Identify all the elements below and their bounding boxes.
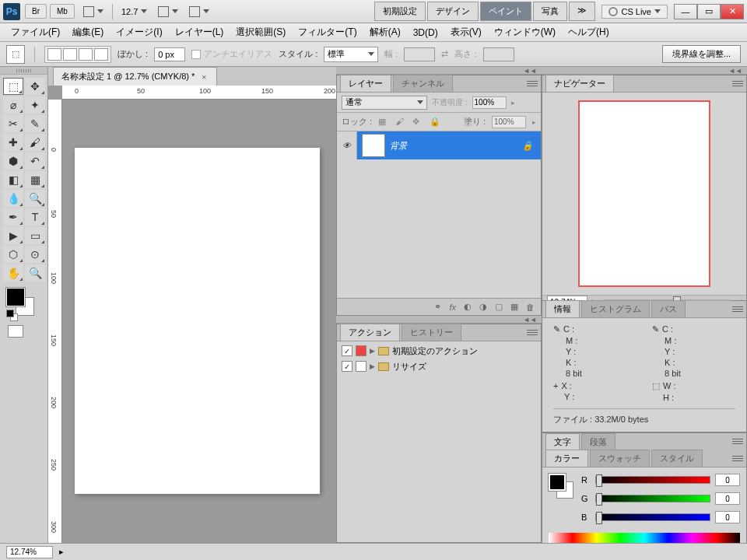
lock-all-icon[interactable]: 🔒 bbox=[430, 117, 440, 128]
crop-tool[interactable]: ✂ bbox=[3, 115, 23, 132]
history-brush-tool[interactable]: ↶ bbox=[25, 152, 45, 170]
path-select-tool[interactable]: ▶ bbox=[3, 227, 23, 244]
extras-dropdown[interactable] bbox=[184, 4, 215, 19]
paths-tab[interactable]: パス bbox=[651, 300, 686, 317]
action-dialog-icon[interactable] bbox=[356, 361, 366, 372]
current-tool-icon[interactable]: ⬚ bbox=[6, 45, 25, 64]
close-button[interactable]: ✕ bbox=[721, 4, 744, 19]
blue-input[interactable] bbox=[715, 511, 740, 523]
histogram-tab[interactable]: ヒストグラム bbox=[581, 300, 650, 317]
channels-tab[interactable]: チャンネル bbox=[393, 75, 453, 92]
panel-menu-icon[interactable] bbox=[732, 453, 743, 463]
close-tab-icon[interactable]: × bbox=[199, 72, 209, 82]
menu-edit[interactable]: 編集(E) bbox=[68, 23, 108, 41]
cslive-button[interactable]: CS Live bbox=[601, 5, 668, 19]
color-swatches[interactable] bbox=[0, 285, 47, 322]
layer-fx-icon[interactable]: fx bbox=[449, 303, 456, 312]
refine-edge-button[interactable]: 境界線を調整... bbox=[662, 45, 741, 63]
selection-mode-add[interactable] bbox=[63, 48, 77, 61]
canvas[interactable] bbox=[75, 148, 320, 494]
minibridge-button[interactable]: Mb bbox=[50, 4, 75, 19]
menu-layer[interactable]: レイヤー(L) bbox=[170, 23, 229, 41]
standard-mode-icon[interactable] bbox=[8, 325, 23, 338]
panel-menu-icon[interactable] bbox=[732, 304, 743, 313]
panel-menu-icon[interactable] bbox=[732, 79, 743, 88]
workspace-tab[interactable]: 写真 bbox=[533, 2, 567, 21]
healing-tool[interactable]: ✚ bbox=[3, 134, 23, 151]
selection-mode-intersect[interactable] bbox=[94, 48, 108, 61]
shape-tool[interactable]: ▭ bbox=[25, 227, 45, 244]
arrange-dropdown[interactable] bbox=[153, 4, 184, 19]
bridge-button[interactable]: Br bbox=[25, 4, 47, 19]
workspace-tab[interactable]: 初期設定 bbox=[374, 2, 426, 21]
menu-file[interactable]: ファイル(F) bbox=[6, 23, 65, 41]
gradient-tool[interactable]: ▦ bbox=[25, 171, 45, 188]
magic-wand-tool[interactable]: ✦ bbox=[25, 96, 45, 114]
layer-thumbnail[interactable] bbox=[362, 134, 385, 157]
maximize-button[interactable]: ▭ bbox=[697, 4, 721, 19]
new-layer-icon[interactable]: ▦ bbox=[510, 302, 518, 312]
tools-grip[interactable] bbox=[0, 67, 47, 75]
lock-transparency-icon[interactable]: ▦ bbox=[378, 117, 389, 128]
foreground-swatch[interactable] bbox=[6, 288, 25, 306]
status-menu-icon[interactable]: ▸ bbox=[59, 547, 64, 557]
green-input[interactable] bbox=[715, 492, 740, 505]
link-layers-icon[interactable]: ⚭ bbox=[434, 302, 441, 312]
color-spectrum[interactable] bbox=[549, 533, 740, 544]
menu-help[interactable]: ヘルプ(H) bbox=[563, 23, 614, 41]
zoom-dropdown[interactable]: 12.7 bbox=[116, 5, 153, 19]
swatches-tab[interactable]: スウォッチ bbox=[590, 450, 650, 467]
red-slider[interactable] bbox=[595, 476, 710, 484]
expand-icon[interactable]: ▶ bbox=[370, 362, 375, 370]
type-tool[interactable]: T bbox=[25, 208, 45, 226]
fill-input[interactable]: 100% bbox=[492, 116, 526, 128]
move-tool[interactable]: ✥ bbox=[25, 78, 45, 95]
document-tab[interactable]: 名称未設定 1 @ 12.7% (CMYK/8) * × bbox=[53, 67, 217, 86]
3d-tool[interactable]: ⬡ bbox=[3, 246, 23, 263]
panel-menu-icon[interactable] bbox=[527, 327, 538, 337]
dodge-tool[interactable]: 🔍 bbox=[25, 190, 45, 207]
opacity-input[interactable]: 100% bbox=[472, 96, 507, 109]
workspace-tab[interactable]: デザイン bbox=[427, 2, 479, 21]
3d-camera-tool[interactable]: ⊙ bbox=[25, 246, 45, 263]
character-tab[interactable]: 文字 bbox=[545, 433, 580, 450]
eraser-tool[interactable]: ◧ bbox=[3, 171, 23, 188]
layer-row[interactable]: 👁 背景 🔒 bbox=[337, 131, 541, 159]
panel-menu-icon[interactable] bbox=[732, 436, 743, 446]
action-row[interactable]: ✓ ▶ リサイズ bbox=[338, 359, 539, 374]
adjustment-layer-icon[interactable]: ◑ bbox=[479, 302, 487, 312]
stamp-tool[interactable]: ⬢ bbox=[3, 152, 23, 170]
color-fg-swatch[interactable] bbox=[549, 474, 566, 491]
style-select[interactable]: 標準 bbox=[324, 47, 378, 62]
info-tab[interactable]: 情報 bbox=[545, 300, 580, 317]
minimize-button[interactable]: — bbox=[674, 4, 697, 19]
action-check-icon[interactable]: ✓ bbox=[342, 345, 352, 356]
panel-menu-icon[interactable] bbox=[527, 79, 538, 88]
lasso-tool[interactable]: ⌀ bbox=[3, 96, 23, 114]
panel-collapse-bar[interactable]: ◄◄ bbox=[336, 316, 542, 324]
pen-tool[interactable]: ✒ bbox=[3, 208, 23, 226]
selection-mode-subtract[interactable] bbox=[79, 48, 93, 61]
navigator-preview[interactable] bbox=[578, 100, 710, 287]
marquee-tool[interactable]: ⬚ bbox=[3, 78, 23, 95]
lock-position-icon[interactable]: ✥ bbox=[412, 117, 423, 128]
menu-select[interactable]: 選択範囲(S) bbox=[231, 23, 290, 41]
panel-collapse-bar[interactable]: ◄◄ bbox=[336, 67, 542, 75]
zoom-tool[interactable]: 🔍 bbox=[25, 264, 45, 282]
status-zoom-input[interactable] bbox=[6, 546, 53, 558]
history-tab[interactable]: ヒストリー bbox=[402, 324, 461, 341]
screen-mode-dropdown[interactable] bbox=[78, 4, 109, 19]
green-slider[interactable] bbox=[595, 495, 710, 502]
workspace-tab[interactable]: ペイント bbox=[480, 2, 531, 21]
blur-tool[interactable]: 💧 bbox=[3, 190, 23, 207]
action-check-icon[interactable]: ✓ bbox=[342, 361, 352, 372]
eyedropper-tool[interactable]: ✎ bbox=[25, 115, 45, 132]
action-dialog-icon[interactable] bbox=[356, 345, 366, 356]
blue-slider[interactable] bbox=[595, 513, 710, 521]
actions-tab[interactable]: アクション bbox=[340, 324, 400, 341]
paragraph-tab[interactable]: 段落 bbox=[581, 433, 615, 450]
menu-view[interactable]: 表示(V) bbox=[446, 23, 486, 41]
red-input[interactable] bbox=[715, 474, 740, 486]
lock-pixels-icon[interactable]: 🖌 bbox=[395, 117, 406, 128]
menu-image[interactable]: イメージ(I) bbox=[111, 23, 167, 41]
